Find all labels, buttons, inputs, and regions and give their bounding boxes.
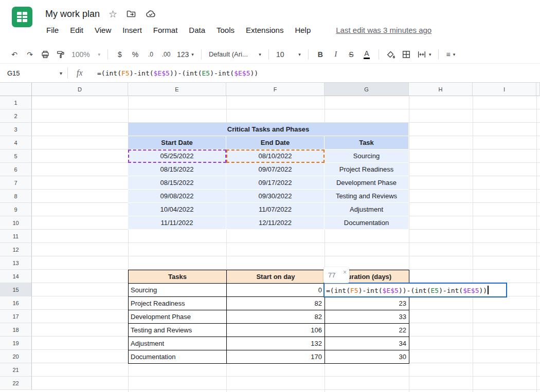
last-edit-status[interactable]: Last edit was 3 minutes ago [336, 26, 431, 34]
cell-F9[interactable]: 11/07/2022 [226, 203, 325, 216]
cell-E10[interactable]: 11/11/2022 [128, 216, 226, 230]
cell-E15[interactable]: Sourcing [129, 284, 227, 297]
row-header-22[interactable]: 22 [0, 377, 32, 390]
row-header-12[interactable]: 12 [0, 243, 32, 256]
menu-insert[interactable]: Insert [117, 24, 148, 36]
cell-G18[interactable]: 22 [325, 324, 409, 337]
row-header-17[interactable]: 17 [0, 310, 32, 323]
column-header-F[interactable]: F [226, 83, 325, 96]
cell-E8[interactable]: 09/08/2022 [128, 190, 226, 203]
row-header-5[interactable]: 5 [0, 150, 32, 163]
star-icon[interactable]: ☆ [109, 9, 117, 19]
cell-G10[interactable]: Documentation [325, 216, 409, 230]
cell-editor-G15[interactable]: =(int(F5)-int($E$5))-(int(E5)-int($E$5)) [323, 283, 507, 297]
cell-F20[interactable]: 170 [227, 350, 325, 364]
cell-F18[interactable]: 106 [227, 324, 325, 337]
move-to-folder-icon[interactable] [126, 9, 136, 19]
row-header-10[interactable]: 10 [0, 216, 32, 230]
row-header-11[interactable]: 11 [0, 230, 32, 243]
menu-file[interactable]: File [41, 24, 64, 36]
row-header-20[interactable]: 20 [0, 350, 32, 363]
decrease-decimals-button[interactable]: .0 [143, 47, 158, 62]
format-percent-button[interactable]: % [128, 47, 142, 62]
cell-G20[interactable]: 30 [325, 350, 409, 364]
cell-E4[interactable]: Start Date [128, 136, 226, 150]
row-header-21[interactable]: 21 [0, 363, 32, 377]
cell-E16[interactable]: Project Readiness [129, 297, 227, 310]
row-header-6[interactable]: 6 [0, 163, 32, 176]
cell-G8[interactable]: Testing and Reviews [325, 190, 409, 203]
column-header-I[interactable]: I [473, 83, 536, 96]
cell-F19[interactable]: 132 [227, 337, 325, 350]
cell-E19[interactable]: Adjustment [129, 337, 227, 350]
font-size-select[interactable]: 10 ▾ [274, 47, 303, 62]
cell-F7[interactable]: 09/17/2022 [226, 176, 325, 190]
redo-button[interactable]: ↷ [23, 47, 37, 62]
menu-data[interactable]: Data [183, 24, 211, 36]
formula-input[interactable]: =(int(F5)-int($E$5))-(int(E5)-int($E$5)) [97, 69, 258, 77]
row-header-4[interactable]: 4 [0, 136, 32, 150]
cell-F6[interactable]: 09/07/2022 [226, 163, 325, 176]
cell-E17[interactable]: Development Phase [129, 310, 227, 324]
text-color-button[interactable]: A [359, 47, 374, 62]
cell-F15[interactable]: 0 [227, 284, 325, 297]
format-currency-button[interactable]: $ [113, 47, 127, 62]
zoom-select[interactable]: 100% ▾ [69, 47, 103, 62]
font-family-select[interactable]: Default (Ari... ▾ [206, 47, 264, 62]
sheet-canvas[interactable]: 77 × =(int(F5)-int($E$5))-(int(E5)-int($… [32, 96, 540, 392]
cell-G16[interactable]: 23 [325, 297, 409, 310]
row-header-13[interactable]: 13 [0, 256, 32, 270]
cell-G9[interactable]: Adjustment [325, 203, 409, 216]
column-header-H[interactable]: H [409, 83, 473, 96]
menu-extensions[interactable]: Extensions [240, 24, 289, 36]
menu-format[interactable]: Format [148, 24, 184, 36]
cell-G6[interactable]: Project Readiness [325, 163, 409, 176]
merge-cells-button[interactable]: ▾ [415, 47, 434, 62]
cell-E20[interactable]: Documentation [129, 350, 227, 364]
cell-G7[interactable]: Development Phase [325, 176, 409, 190]
column-header-partial[interactable] [536, 83, 540, 96]
row-header-1[interactable]: 1 [0, 96, 32, 109]
cell-E5[interactable]: 05/25/2022 [128, 150, 226, 163]
document-title[interactable]: My work plan [45, 9, 100, 20]
menu-help[interactable]: Help [289, 24, 316, 36]
cell-G17[interactable]: 33 [325, 310, 409, 324]
horizontal-align-button[interactable]: ≡ ▾ [443, 47, 458, 62]
column-header-D[interactable]: D [32, 83, 128, 96]
menu-view[interactable]: View [89, 24, 117, 36]
column-header-E[interactable]: E [128, 83, 226, 96]
cell-G5[interactable]: Sourcing [325, 150, 409, 163]
italic-button[interactable]: I [329, 47, 343, 62]
borders-button[interactable] [399, 47, 413, 62]
row-header-3[interactable]: 3 [0, 123, 32, 136]
menu-tools[interactable]: Tools [211, 24, 240, 36]
row-header-16[interactable]: 16 [0, 296, 32, 310]
bold-button[interactable]: B [313, 47, 328, 62]
strikethrough-button[interactable]: S [344, 47, 358, 62]
cell-F5[interactable]: 08/10/2022 [226, 150, 325, 163]
print-button[interactable] [38, 47, 52, 62]
cell-F16[interactable]: 82 [227, 297, 325, 310]
cell-E9[interactable]: 10/04/2022 [128, 203, 226, 216]
paint-format-button[interactable] [53, 47, 68, 62]
cell-G19[interactable]: 34 [325, 337, 409, 350]
row-header-2[interactable]: 2 [0, 109, 32, 123]
row-header-18[interactable]: 18 [0, 323, 32, 337]
cell-E7[interactable]: 08/15/2022 [128, 176, 226, 190]
row-header-15[interactable]: 15 [0, 283, 32, 296]
cell-F14[interactable]: Start on day [227, 270, 325, 284]
menu-edit[interactable]: Edit [64, 24, 89, 36]
fill-color-button[interactable] [384, 47, 398, 62]
cell-E3[interactable]: Critical Tasks and Phases [128, 123, 409, 136]
cell-F4[interactable]: End Date [226, 136, 325, 150]
cell-E14[interactable]: Tasks [129, 270, 227, 284]
undo-button[interactable]: ↶ [7, 47, 22, 62]
row-header-14[interactable]: 14 [0, 270, 32, 283]
cell-F17[interactable]: 82 [227, 310, 325, 324]
row-header-7[interactable]: 7 [0, 176, 32, 190]
cell-E6[interactable]: 08/15/2022 [128, 163, 226, 176]
cell-F8[interactable]: 09/30/2022 [226, 190, 325, 203]
cell-G4[interactable]: Task [325, 136, 409, 150]
row-header-19[interactable]: 19 [0, 337, 32, 350]
close-icon[interactable]: × [343, 267, 349, 283]
